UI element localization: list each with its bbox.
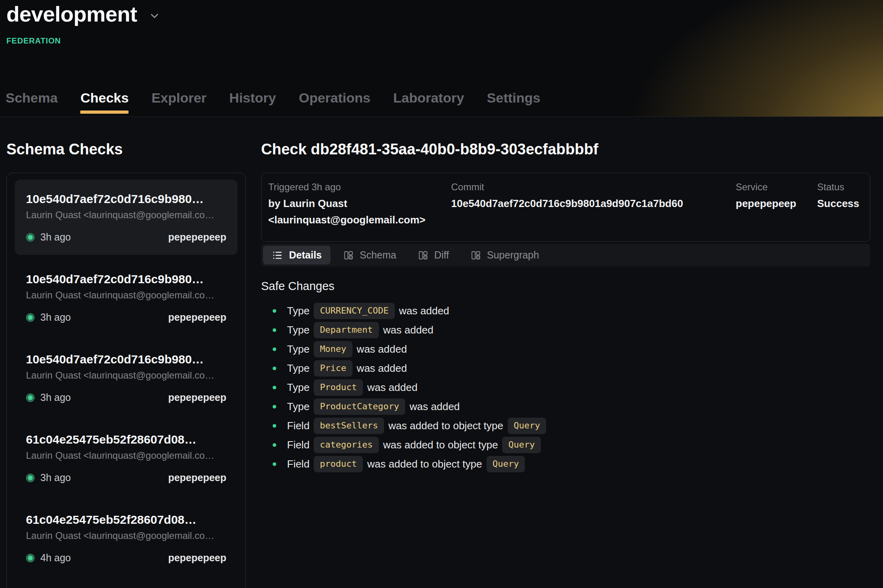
code-chip: Department bbox=[314, 322, 378, 338]
tab-explorer[interactable]: Explorer bbox=[151, 90, 206, 116]
check-summary-box: Triggered 3h ago by Laurin Quast <laurin… bbox=[261, 173, 870, 242]
change-suffix: was added bbox=[410, 401, 460, 413]
change-prefix: Type bbox=[287, 362, 309, 375]
bullet-icon bbox=[273, 367, 276, 370]
tab-diff-label: Diff bbox=[434, 249, 449, 261]
chevron-down-icon[interactable] bbox=[148, 10, 160, 22]
check-service: pepepepeep bbox=[168, 231, 226, 243]
code-chip: categories bbox=[314, 437, 378, 453]
workspace-name: development bbox=[6, 2, 137, 26]
tab-history[interactable]: History bbox=[229, 90, 276, 116]
change-row: Type Product was added bbox=[261, 378, 870, 397]
change-row: Type ProductCategory was added bbox=[261, 397, 870, 416]
changes-list: Type CURRENCY_CODE was added Type Depart… bbox=[261, 301, 870, 474]
change-row: Field product was added to object type Q… bbox=[261, 454, 870, 474]
page-title: Check db28f481-35aa-40b0-b8b9-303ecfabbb… bbox=[261, 140, 870, 158]
service-label: Service bbox=[736, 182, 817, 193]
tab-laboratory[interactable]: Laboratory bbox=[393, 90, 464, 116]
tab-schema[interactable]: Schema bbox=[6, 90, 57, 116]
bullet-icon bbox=[273, 386, 276, 389]
commit-label: Commit bbox=[451, 182, 736, 193]
check-list-item[interactable]: 10e540d7aef72c0d716c9b980… Laurin Quast … bbox=[15, 180, 238, 255]
code-chip: Price bbox=[314, 360, 352, 377]
workspace-switcher[interactable]: development bbox=[6, 2, 160, 26]
change-prefix: Type bbox=[287, 381, 309, 394]
check-meta: 3h ago pepepepeep bbox=[26, 392, 226, 403]
tab-settings[interactable]: Settings bbox=[487, 90, 540, 116]
success-dot-icon bbox=[26, 233, 35, 242]
status-column: Status Success bbox=[817, 182, 862, 241]
detail-tabs: Details Schema Diff Supergraph bbox=[261, 244, 870, 266]
change-prefix: Type bbox=[287, 343, 309, 355]
success-dot-icon bbox=[26, 393, 35, 402]
check-time: 4h ago bbox=[40, 552, 71, 564]
change-row: Field bestSellers was added to object ty… bbox=[261, 416, 870, 435]
change-suffix: was added to object type bbox=[388, 420, 503, 432]
code-chip: bestSellers bbox=[314, 418, 384, 434]
bullet-icon bbox=[273, 443, 276, 447]
service-value: pepepepeep bbox=[736, 195, 817, 212]
code-chip: product bbox=[314, 456, 363, 472]
check-time: 3h ago bbox=[40, 472, 71, 483]
tab-operations[interactable]: Operations bbox=[299, 90, 370, 116]
commit-value: 10e540d7aef72c0d716c9b9801a9d907c1a7bd60 bbox=[451, 195, 736, 212]
check-detail-panel: Check db28f481-35aa-40b0-b8b9-303ecfabbb… bbox=[246, 117, 883, 588]
check-meta: 3h ago pepepepeep bbox=[26, 231, 226, 243]
code-chip: Query bbox=[487, 456, 525, 472]
check-author: Laurin Quast <laurinquast@googlemail.co… bbox=[26, 290, 226, 301]
change-suffix: was added to object type bbox=[383, 439, 498, 451]
commit-column: Commit 10e540d7aef72c0d716c9b9801a9d907c… bbox=[451, 182, 736, 241]
bullet-icon bbox=[273, 328, 276, 332]
change-prefix: Field bbox=[287, 439, 309, 451]
columns-icon bbox=[471, 250, 481, 260]
check-list-item[interactable]: 61c04e25475eb52f28607d08… Laurin Quast <… bbox=[15, 500, 238, 576]
check-time: 3h ago bbox=[40, 231, 71, 243]
content: Schema Checks 10e540d7aef72c0d716c9b980…… bbox=[0, 117, 883, 588]
primary-nav: Schema Checks Explorer History Operation… bbox=[6, 90, 540, 116]
check-time: 3h ago bbox=[40, 392, 71, 403]
sidebar-title: Schema Checks bbox=[6, 140, 246, 158]
check-list-item[interactable]: 61c04e25475eb52f28607d08… Laurin Quast <… bbox=[15, 420, 238, 495]
change-row: Type CURRENCY_CODE was added bbox=[261, 301, 870, 320]
triggered-column: Triggered 3h ago by Laurin Quast <laurin… bbox=[268, 182, 451, 241]
change-suffix: was added to object type bbox=[367, 458, 482, 470]
bullet-icon bbox=[273, 424, 276, 428]
change-prefix: Field bbox=[287, 458, 309, 470]
tab-schema-view[interactable]: Schema bbox=[335, 246, 405, 264]
check-list-item[interactable]: 10e540d7aef72c0d716c9b980… Laurin Quast … bbox=[15, 260, 238, 335]
change-row: Type Money was added bbox=[261, 339, 870, 359]
change-prefix: Field bbox=[287, 420, 309, 432]
code-chip: Product bbox=[314, 379, 363, 396]
tab-diff[interactable]: Diff bbox=[409, 246, 458, 264]
tab-details[interactable]: Details bbox=[263, 246, 331, 264]
triggered-value: by Laurin Quast <laurinquast@googlemail.… bbox=[268, 195, 451, 228]
change-suffix: was added bbox=[399, 305, 449, 317]
change-row: Type Price was added bbox=[261, 359, 870, 378]
tab-supergraph[interactable]: Supergraph bbox=[462, 246, 548, 264]
header: development FEDERATION Schema Checks Exp… bbox=[0, 0, 883, 117]
change-row: Field categories was added to object typ… bbox=[261, 435, 870, 454]
check-id: 61c04e25475eb52f28607d08… bbox=[26, 513, 226, 527]
list-icon bbox=[272, 250, 283, 261]
code-chip: Query bbox=[502, 437, 540, 453]
tab-schema-view-label: Schema bbox=[360, 249, 396, 261]
change-suffix: was added bbox=[383, 324, 434, 336]
code-chip: Query bbox=[508, 418, 546, 434]
change-suffix: was added bbox=[357, 362, 407, 375]
change-row: Type Department was added bbox=[261, 320, 870, 339]
check-service: pepepepeep bbox=[168, 312, 226, 323]
bullet-icon bbox=[273, 309, 276, 313]
check-author: Laurin Quast <laurinquast@googlemail.co… bbox=[26, 530, 226, 541]
bullet-icon bbox=[273, 405, 276, 408]
check-service: pepepepeep bbox=[168, 552, 226, 564]
change-suffix: was added bbox=[367, 381, 418, 394]
code-chip: ProductCategory bbox=[314, 399, 405, 415]
change-prefix: Type bbox=[287, 324, 309, 336]
success-dot-icon bbox=[26, 554, 35, 562]
check-id: 61c04e25475eb52f28607d08… bbox=[26, 433, 226, 446]
check-service: pepepepeep bbox=[168, 472, 226, 483]
check-list-item[interactable]: 10e540d7aef72c0d716c9b980… Laurin Quast … bbox=[15, 340, 238, 415]
check-author: Laurin Quast <laurinquast@googlemail.co… bbox=[26, 209, 226, 221]
tab-checks[interactable]: Checks bbox=[80, 90, 129, 116]
change-suffix: was added bbox=[357, 343, 407, 355]
